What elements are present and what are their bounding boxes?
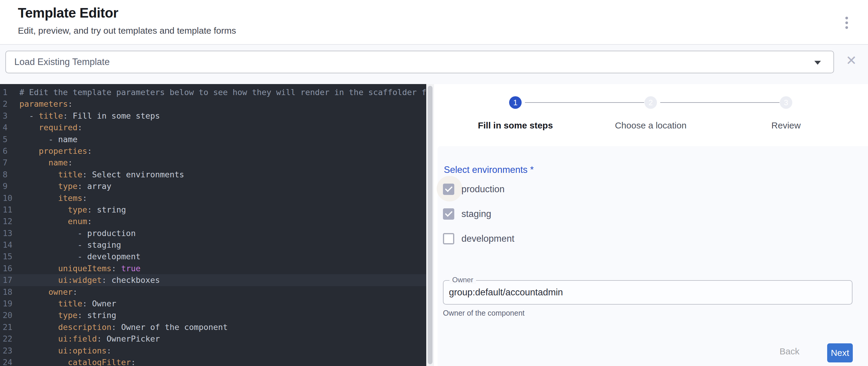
owner-helper-text: Owner of the component (443, 309, 525, 317)
select-environments-label: Select environments * (444, 164, 534, 175)
line-number: 22 (0, 333, 20, 344)
editor-line[interactable]: 5 - name (0, 133, 426, 145)
checkbox-label[interactable]: production (461, 184, 505, 194)
line-number: 18 (0, 286, 20, 298)
editor-line[interactable]: 13 - production (0, 227, 426, 239)
code-text: catalogFilter: (20, 357, 426, 366)
editor-line[interactable]: 10 items: (0, 192, 426, 204)
checkbox-row-production[interactable]: production (443, 183, 505, 196)
step-circle-1: 1 (509, 96, 522, 109)
page-subtitle: Edit, preview, and try out templates and… (18, 26, 236, 36)
editor-line[interactable]: 11 type: string (0, 204, 426, 215)
editor-scrollbar-thumb[interactable] (428, 86, 433, 364)
chevron-down-icon (814, 61, 821, 65)
code-text: name: (20, 157, 426, 169)
owner-field-wrap: Owner (443, 280, 852, 305)
editor-line[interactable]: 3 - title: Fill in some steps (0, 110, 426, 122)
load-existing-template-select[interactable]: Load Existing Template (5, 51, 834, 73)
line-number: 6 (0, 145, 20, 157)
page-title: Template Editor (18, 5, 118, 21)
editor-line[interactable]: 8 title: Select environments (0, 169, 426, 180)
code-text: - staging (20, 239, 426, 251)
line-number: 11 (0, 204, 20, 215)
line-number: 13 (0, 227, 20, 239)
wizard-stepper: 1Fill in some steps2Choose a location3Re… (434, 84, 868, 146)
template-editor-page: Template Editor Edit, preview, and try o… (0, 0, 868, 366)
line-number: 10 (0, 192, 20, 204)
editor-line[interactable]: 16 uniqueItems: true (0, 263, 426, 274)
owner-field-label: Owner (450, 276, 476, 284)
line-number: 8 (0, 169, 20, 180)
line-number: 21 (0, 321, 20, 333)
back-button[interactable]: Back (774, 343, 805, 360)
checkbox-checked-icon[interactable] (443, 184, 454, 195)
step-connector-line (660, 102, 779, 103)
wizard-form: Select environments * productionstagingd… (438, 146, 868, 366)
editor-line[interactable]: 6 properties: (0, 145, 426, 157)
yaml-code-editor[interactable]: 1# Edit the template parameters below to… (0, 84, 426, 366)
kebab-menu-icon[interactable] (839, 12, 854, 33)
line-number: 5 (0, 133, 20, 145)
code-text: ui:options: (20, 345, 426, 357)
line-number: 15 (0, 251, 20, 262)
editor-line[interactable]: 23 ui:options: (0, 345, 426, 357)
code-text: title: Owner (20, 298, 426, 309)
code-text: items: (20, 192, 426, 204)
checkbox-row-development[interactable]: development (443, 232, 515, 245)
editor-line[interactable]: 14 - staging (0, 239, 426, 251)
line-number: 20 (0, 309, 20, 321)
code-text: title: Select environments (20, 169, 426, 180)
owner-input[interactable] (443, 280, 852, 305)
code-text: - title: Fill in some steps (20, 110, 426, 122)
line-number: 24 (0, 357, 20, 366)
editor-scrollbar-track[interactable] (426, 84, 434, 366)
editor-line[interactable]: 21 description: Owner of the component (0, 321, 426, 333)
checkbox-row-staging[interactable]: staging (443, 208, 491, 220)
template-loader-bar: Load Existing Template ✕ (0, 45, 868, 84)
editor-line[interactable]: 9 type: array (0, 180, 426, 192)
next-button[interactable]: Next (827, 343, 853, 362)
editor-line[interactable]: 7 name: (0, 157, 426, 169)
load-existing-template-placeholder: Load Existing Template (14, 57, 110, 67)
step-label-3: Review (771, 120, 801, 130)
checkbox-label[interactable]: staging (461, 209, 491, 219)
page-header: Template Editor Edit, preview, and try o… (0, 0, 868, 45)
code-text: uniqueItems: true (20, 263, 426, 274)
line-number: 9 (0, 180, 20, 192)
editor-line[interactable]: 12 enum: (0, 215, 426, 227)
line-number: 1 (0, 86, 20, 98)
editor-line[interactable]: 4 required: (0, 122, 426, 133)
line-number: 23 (0, 345, 20, 357)
code-text: properties: (20, 145, 426, 157)
line-number: 14 (0, 239, 20, 251)
line-number: 2 (0, 98, 20, 110)
editor-line[interactable]: 20 type: string (0, 309, 426, 321)
step-label-1: Fill in some steps (478, 120, 553, 130)
checkbox-label[interactable]: development (461, 233, 515, 244)
editor-line[interactable]: 24 catalogFilter: (0, 357, 426, 366)
step-circle-2: 2 (645, 96, 657, 109)
editor-line[interactable]: 18 owner: (0, 286, 426, 298)
code-text: # Edit the template parameters below to … (20, 86, 426, 98)
code-text: type: string (20, 204, 426, 215)
code-text: - development (20, 251, 426, 262)
checkbox-unchecked-icon[interactable] (443, 233, 454, 244)
line-number: 17 (0, 274, 20, 286)
code-text: ui:widget: checkboxes (20, 274, 426, 286)
step-connector-line (525, 102, 644, 103)
editor-line[interactable]: 17 ui:widget: checkboxes (0, 274, 426, 286)
editor-line[interactable]: 15 - development (0, 251, 426, 262)
editor-line[interactable]: 22 ui:field: OwnerPicker (0, 333, 426, 344)
code-text: description: Owner of the component (20, 321, 426, 333)
line-number: 4 (0, 122, 20, 133)
editor-line[interactable]: 19 title: Owner (0, 298, 426, 309)
template-preview-panel: 1Fill in some steps2Choose a location3Re… (434, 84, 868, 366)
editor-line[interactable]: 2parameters: (0, 98, 426, 110)
code-text: required: (20, 122, 426, 133)
checkbox-checked-icon[interactable] (443, 208, 454, 220)
code-text: type: array (20, 180, 426, 192)
close-icon[interactable]: ✕ (843, 52, 860, 68)
line-number: 16 (0, 263, 20, 274)
editor-line[interactable]: 1# Edit the template parameters below to… (0, 86, 426, 98)
code-text: ui:field: OwnerPicker (20, 333, 426, 344)
